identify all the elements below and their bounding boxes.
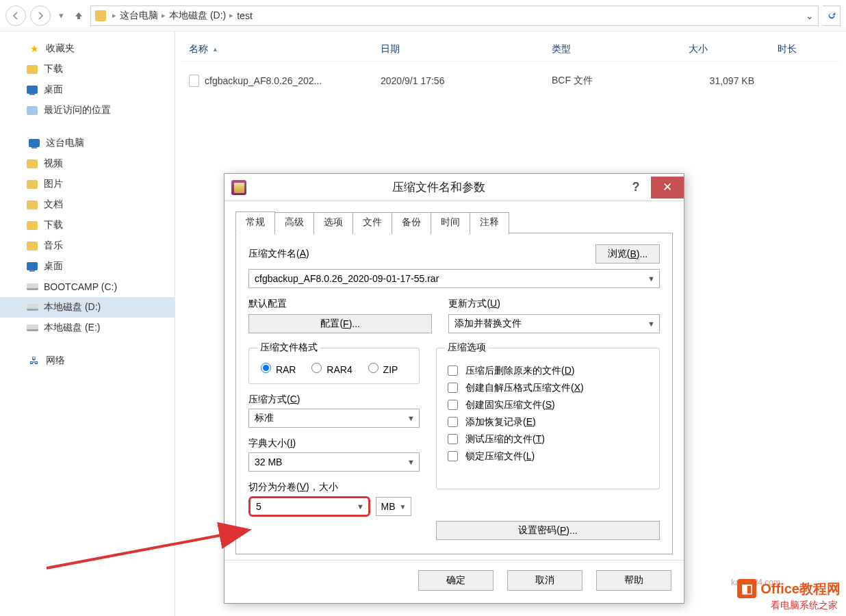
column-name[interactable]: 名称 ▲ [182, 43, 374, 55]
tab-label: 选项 [324, 216, 343, 227]
folder-icon [27, 201, 38, 209]
format-zip-radio[interactable]: ZIP [365, 361, 398, 375]
compression-options-group: 压缩选项 压缩后删除原来的文件(D) 创建自解压格式压缩文件(X) 创建固实压缩… [436, 342, 660, 489]
tab-backup[interactable]: 备份 [392, 212, 431, 234]
tree-item[interactable]: 下载 [0, 59, 175, 79]
update-mode-combo[interactable]: 添加并替换文件 ▼ [448, 314, 660, 333]
cancel-button[interactable]: 取消 [507, 570, 582, 591]
nav-up-button[interactable] [71, 8, 86, 23]
radio-label: ZIP [383, 364, 398, 375]
compression-method-combo[interactable]: 标准 ▼ [248, 409, 420, 428]
explorer-address-bar: ▾ ▸ 这台电脑 ▸ 本地磁盘 (D:) ▸ test ⌄ [0, 0, 846, 31]
archive-name-value: cfgbackup_AF8.0.26_2020-09-01-17-55.rar [255, 273, 439, 284]
update-mode-label: 更新方式(U) [448, 298, 660, 310]
ok-button[interactable]: 确定 [418, 570, 494, 591]
tree-item[interactable]: 最近访问的位置 [0, 100, 175, 120]
tree-label: 这台电脑 [46, 137, 84, 149]
drive-icon [27, 283, 38, 290]
chevron-down-icon: ▼ [407, 458, 415, 466]
format-rar4-radio[interactable]: RAR4 [308, 361, 352, 375]
tree-item[interactable]: 下载 [0, 215, 175, 235]
drive-icon [27, 324, 38, 331]
tab-general[interactable]: 常规 [235, 211, 275, 233]
tree-item[interactable]: 桌面 [0, 256, 175, 277]
dialog-close-button[interactable]: ✕ [651, 177, 684, 198]
radio-label: RAR [276, 364, 296, 375]
nav-back-button[interactable] [5, 5, 26, 26]
column-date[interactable]: 日期 [374, 43, 545, 55]
set-password-button[interactable]: 设置密码(P)... [436, 521, 660, 540]
tree-this-pc[interactable]: 这台电脑 [0, 133, 175, 153]
opt-recovery[interactable]: 添加恢复记录(E) [445, 415, 651, 429]
watermark-site: 看电脑系统之家 [771, 600, 838, 612]
archive-name-combo[interactable]: cfgbackup_AF8.0.26_2020-09-01-17-55.rar … [248, 269, 660, 288]
file-type: BCF 文件 [552, 75, 593, 87]
tree-item[interactable]: 本地磁盘 (E:) [0, 318, 175, 338]
column-headers: 名称 ▲ 日期 类型 大小 时长 [182, 37, 839, 62]
folder-icon [27, 221, 38, 230]
column-length[interactable]: 时长 [771, 43, 839, 55]
profile-button[interactable]: 配置(F)... [248, 314, 432, 333]
opt-delete-after[interactable]: 压缩后删除原来的文件(D) [445, 363, 651, 378]
split-volumes-label: 切分为分卷(V)，大小 [248, 481, 420, 493]
nav-history-dropdown[interactable]: ▾ [55, 10, 67, 21]
archive-name-label: 压缩文件名(A) [248, 248, 309, 260]
tab-comment[interactable]: 注释 [470, 212, 509, 234]
tree-item-selected[interactable]: 本地磁盘 (D:) [0, 297, 175, 318]
address-box[interactable]: ▸ 这台电脑 ▸ 本地磁盘 (D:) ▸ test ⌄ [90, 5, 819, 26]
tree-network[interactable]: 🖧 网络 [0, 350, 175, 371]
folder-icon [27, 242, 38, 251]
format-rar-radio[interactable]: RAR [257, 361, 296, 375]
tree-item[interactable]: 音乐 [0, 235, 175, 256]
tree-item[interactable]: 视频 [0, 153, 175, 174]
winrar-icon [231, 180, 246, 195]
tree-favorites[interactable]: ★ 收藏夹 [0, 38, 175, 59]
breadcrumb-item[interactable]: test [237, 10, 253, 21]
column-type[interactable]: 类型 [545, 43, 682, 55]
dialog-help-button[interactable]: ? [621, 177, 651, 198]
opt-sfx[interactable]: 创建自解压格式压缩文件(X) [445, 381, 651, 395]
tab-files[interactable]: 文件 [352, 212, 392, 234]
dictionary-size-combo[interactable]: 32 MB ▼ [248, 452, 420, 472]
tab-advanced[interactable]: 高级 [274, 212, 314, 234]
chevron-down-icon: ▼ [357, 502, 364, 511]
tree-label: 图片 [44, 178, 63, 190]
tree-item[interactable]: 文档 [0, 194, 175, 215]
refresh-button[interactable] [823, 5, 841, 26]
tree-label: 桌面 [44, 84, 63, 96]
column-label: 名称 [189, 43, 208, 55]
breadcrumb-item[interactable]: 本地磁盘 (D:) [169, 10, 226, 22]
opt-test[interactable]: 测试压缩的文件(T) [445, 432, 651, 446]
dialog-title: 压缩文件名和参数 [256, 179, 621, 195]
split-size-combo[interactable]: 5 ▼ [248, 496, 370, 517]
address-dropdown-icon[interactable]: ⌄ [802, 10, 814, 21]
tree-item[interactable]: 桌面 [0, 79, 175, 100]
tab-options[interactable]: 选项 [313, 212, 353, 234]
tab-label: 高级 [285, 216, 304, 227]
folder-icon [27, 65, 38, 74]
file-row[interactable]: cfgbackup_AF8.0.26_202... 2020/9/1 17:56… [182, 68, 839, 93]
help-button[interactable]: 帮助 [596, 570, 671, 591]
split-unit-combo[interactable]: MB ▼ [376, 497, 411, 516]
dialog-titlebar[interactable]: 压缩文件名和参数 ? ✕ [225, 174, 684, 201]
tree-item[interactable]: BOOTCAMP (C:) [0, 277, 175, 297]
tree-label: 下载 [44, 63, 63, 75]
tree-label: BOOTCAMP (C:) [44, 281, 117, 292]
tab-label: 时间 [441, 216, 460, 227]
column-size[interactable]: 大小 [682, 43, 771, 55]
opt-lock[interactable]: 锁定压缩文件(L) [445, 449, 651, 463]
tree-label: 网络 [46, 355, 65, 367]
folder-icon [95, 10, 106, 21]
tab-time[interactable]: 时间 [431, 212, 470, 234]
tree-item[interactable]: 图片 [0, 174, 175, 194]
nav-forward-button[interactable] [30, 5, 51, 26]
sort-asc-icon: ▲ [212, 46, 218, 53]
profile-label: 默认配置 [248, 298, 432, 310]
compression-options-label: 压缩选项 [445, 342, 489, 354]
browse-button[interactable]: 浏览(B)... [595, 244, 660, 264]
tab-label: 文件 [363, 216, 382, 227]
breadcrumb-item[interactable]: 这台电脑 [120, 10, 158, 22]
column-label: 类型 [552, 43, 571, 55]
opt-solid[interactable]: 创建固实压缩文件(S) [445, 398, 651, 412]
column-label: 日期 [381, 43, 400, 55]
